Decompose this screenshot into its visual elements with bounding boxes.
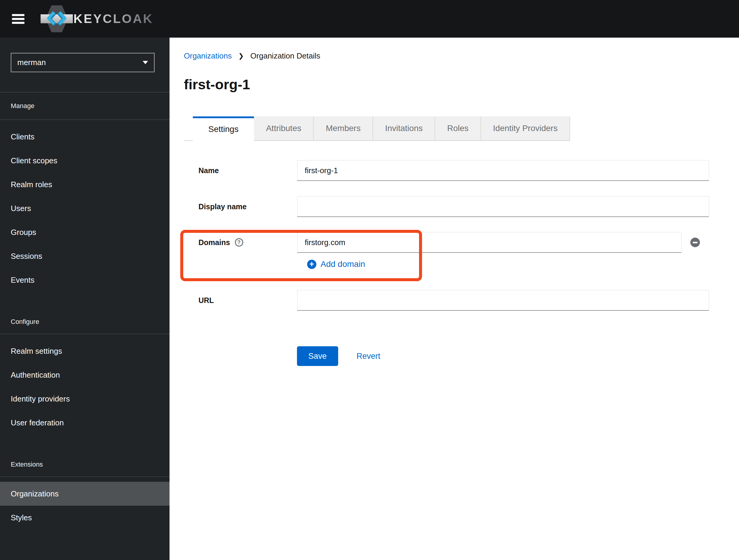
sidebar-item-realm-settings[interactable]: Realm settings xyxy=(0,339,169,363)
tab-members[interactable]: Members xyxy=(314,116,373,141)
keycloak-hexagon-icon xyxy=(42,5,71,32)
save-button[interactable]: Save xyxy=(297,346,338,366)
domains-label-wrap: Domains ? xyxy=(198,238,297,247)
form-row-domains-block: Domains ? + Add domain xyxy=(198,232,709,273)
nav-section-manage: Manage xyxy=(0,93,169,119)
domains-label: Domains xyxy=(198,238,230,247)
realm-selector-value: merman xyxy=(17,58,46,67)
tab-attributes[interactable]: Attributes xyxy=(254,116,314,141)
revert-button[interactable]: Revert xyxy=(357,352,381,361)
sidebar-item-events[interactable]: Events xyxy=(0,268,169,292)
nav-group-configure: Realm settings Authentication Identity p… xyxy=(0,334,169,435)
remove-domain-icon[interactable] xyxy=(690,238,700,247)
sidebar-item-organizations[interactable]: Organizations xyxy=(0,482,169,506)
tab-roles[interactable]: Roles xyxy=(435,116,481,141)
breadcrumb-current: Organization Details xyxy=(251,51,320,60)
breadcrumb-separator-icon: ❯ xyxy=(238,52,244,60)
display-name-label: Display name xyxy=(198,202,297,211)
sidebar-item-user-federation[interactable]: User federation xyxy=(0,411,169,435)
domains-field xyxy=(297,232,709,253)
form-actions: Save Revert xyxy=(198,346,709,366)
url-label: URL xyxy=(198,296,297,305)
tab-settings[interactable]: Settings xyxy=(193,116,254,141)
display-name-input[interactable] xyxy=(297,196,709,217)
sidebar-item-authentication[interactable]: Authentication xyxy=(0,363,169,387)
nav-group-extensions: Organizations Styles xyxy=(0,477,169,530)
tab-strip: Settings Attributes Members Invitations … xyxy=(184,116,570,141)
realm-selector-dropdown[interactable]: merman xyxy=(11,53,155,72)
sidebar-item-client-scopes[interactable]: Client scopes xyxy=(0,149,169,172)
sidebar-item-realm-roles[interactable]: Realm roles xyxy=(0,172,169,196)
top-bar: KEYCLOAK xyxy=(0,0,739,38)
sidebar-item-groups[interactable]: Groups xyxy=(0,220,169,244)
main-content: Organizations ❯ Organization Details fir… xyxy=(169,38,739,560)
sidebar-item-clients[interactable]: Clients xyxy=(0,125,169,149)
settings-form: Name Display name Domains ? + xyxy=(198,160,709,366)
add-domain-row: + Add domain xyxy=(198,255,709,273)
sidebar-item-users[interactable]: Users xyxy=(0,196,169,220)
sidebar-item-identity-providers[interactable]: Identity providers xyxy=(0,387,169,411)
hamburger-menu-icon[interactable] xyxy=(12,14,24,24)
form-row-url: URL xyxy=(198,290,709,311)
page-title: first-org-1 xyxy=(184,76,709,93)
name-label: Name xyxy=(198,166,297,175)
help-icon[interactable]: ? xyxy=(235,238,243,247)
chevron-down-icon xyxy=(143,61,148,64)
sidebar-item-styles[interactable]: Styles xyxy=(0,506,169,530)
url-input[interactable] xyxy=(297,290,709,311)
name-input[interactable] xyxy=(297,160,709,181)
tab-invitations[interactable]: Invitations xyxy=(373,116,435,141)
sidebar: merman Manage Clients Client scopes Real… xyxy=(0,38,169,560)
logo-wordmark: KEYCLOAK xyxy=(73,12,153,26)
nav-section-configure: Configure xyxy=(0,310,169,334)
breadcrumb-link-organizations[interactable]: Organizations xyxy=(184,51,232,60)
add-domain-label: Add domain xyxy=(320,259,365,269)
form-row-display-name: Display name xyxy=(198,196,709,217)
domain-input[interactable] xyxy=(297,232,682,253)
nav-section-extensions: Extensions xyxy=(0,452,169,476)
add-domain-button[interactable]: + Add domain xyxy=(307,255,365,273)
nav-group-manage: Clients Client scopes Realm roles Users … xyxy=(0,120,169,292)
tab-identity-providers[interactable]: Identity Providers xyxy=(481,116,570,141)
form-row-domains: Domains ? xyxy=(198,232,709,253)
plus-circle-icon: + xyxy=(307,260,316,269)
breadcrumb: Organizations ❯ Organization Details xyxy=(184,51,709,60)
sidebar-item-sessions[interactable]: Sessions xyxy=(0,244,169,268)
keycloak-logo: KEYCLOAK xyxy=(42,5,153,32)
form-row-name: Name xyxy=(198,160,709,181)
